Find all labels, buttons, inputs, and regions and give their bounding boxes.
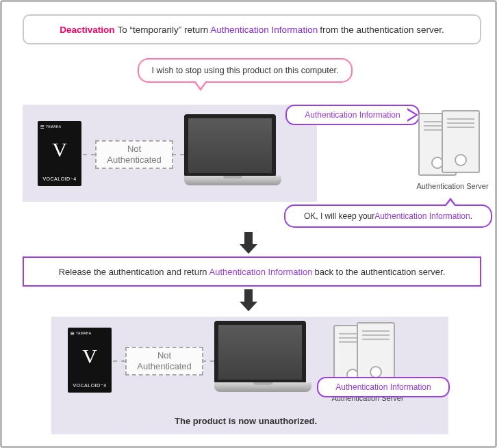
midbox-post: back to the authentication server.	[315, 267, 446, 277]
server-speech-pre: OK, I will keep your	[304, 211, 374, 221]
server-speech-hl: Authentication Information	[374, 211, 470, 221]
server-icon	[357, 322, 395, 385]
product-brand: YAMAHA	[76, 331, 92, 335]
not-authenticated-text: Not Authenticated	[137, 350, 192, 371]
user-speech-bubble: I wish to stop using this product on thi…	[138, 58, 353, 83]
stage1-panel: YAMAHA V VOCALOID⁼4 Not Authenticated	[23, 105, 317, 202]
connector-line	[83, 154, 95, 155]
server-pair-icon: Authentication Server	[418, 111, 487, 176]
auth-info-tag-arrow: Authentication Information	[285, 105, 420, 125]
product-logo: V	[52, 138, 67, 161]
auth-info-tag: Authentication Information	[317, 377, 450, 397]
server-speech-post: .	[470, 211, 472, 221]
arrow-right-icon	[407, 108, 418, 122]
connector-line	[202, 360, 214, 362]
release-auth-box: Release the authentication and return Au…	[23, 256, 481, 287]
product-logo: V	[82, 345, 97, 368]
auth-info-text: Authentication Information	[305, 110, 400, 120]
deactivation-banner: Deactivation To “temporarily” return Aut…	[23, 14, 481, 44]
banner-auth-info: Authentication Information	[210, 25, 318, 35]
banner-lead: Deactivation	[60, 25, 114, 35]
server-speech-bubble: OK, I will keep your Authentication Info…	[284, 205, 492, 228]
down-arrow-icon	[240, 289, 257, 310]
not-authenticated-text: Not Authenticated	[107, 144, 162, 165]
laptop-icon	[214, 321, 303, 392]
banner-text-1: To “temporarily” return	[118, 25, 209, 35]
down-arrow-icon	[240, 232, 257, 252]
stage2-panel: YAMAHA V VOCALOID⁼4 Not Authenticated Au…	[51, 317, 448, 434]
connector-line-2	[172, 154, 184, 155]
banner-text-2: from the authentication server.	[320, 25, 444, 35]
product-brand: YAMAHA	[46, 124, 62, 129]
connector-line	[113, 360, 125, 362]
not-authenticated-badge: Not Authenticated	[125, 347, 203, 375]
product-label: VOCALOID⁼4	[38, 176, 81, 182]
auth-info-text: Authentication Information	[335, 382, 431, 392]
user-speech-text: I wish to stop using this product on thi…	[151, 66, 338, 75]
diagram-frame: Deactivation To “temporarily” return Aut…	[0, 0, 497, 448]
server-label: Authentication Server	[405, 182, 497, 190]
product-box-icon: YAMAHA V VOCALOID⁼4	[38, 121, 81, 186]
server-icon	[442, 110, 480, 173]
midbox-hl: Authentication Information	[209, 267, 312, 277]
midbox-pre: Release the authentication and return	[59, 267, 207, 277]
product-label: VOCALOID⁼4	[68, 383, 112, 388]
unauthorized-text: The product is now unauthorized.	[175, 416, 317, 426]
not-authenticated-badge: Not Authenticated	[95, 140, 173, 169]
laptop-icon	[184, 114, 273, 185]
product-box-icon: YAMAHA V VOCALOID⁼4	[68, 328, 112, 393]
